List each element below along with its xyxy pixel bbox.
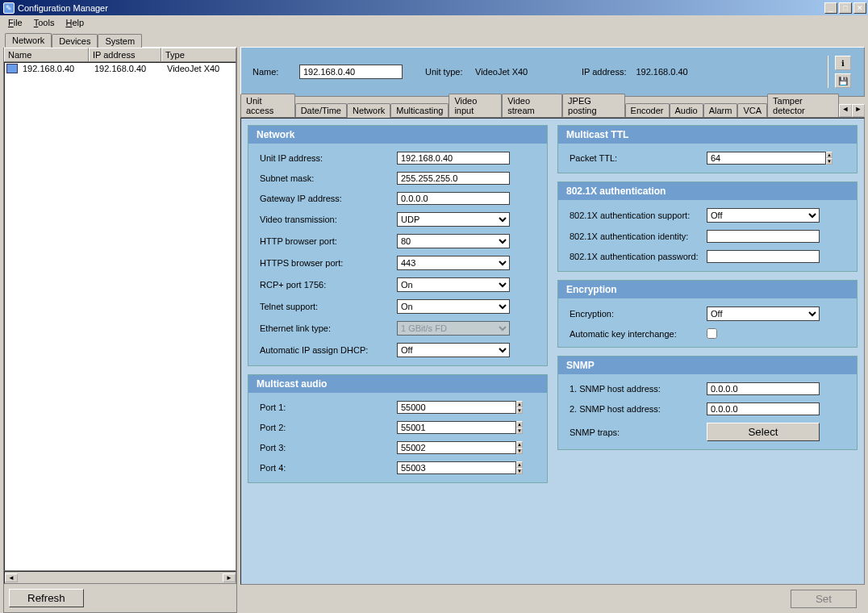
tab-scroll-left-icon[interactable]: ◄	[839, 104, 852, 117]
horizontal-scrollbar[interactable]: ◄ ►	[4, 571, 236, 584]
dhcp-select[interactable]: Off	[397, 343, 510, 357]
subtab-vca[interactable]: VCA	[737, 103, 767, 117]
subnet-input[interactable]	[397, 172, 510, 185]
video-trans-select[interactable]: UDP	[397, 212, 510, 227]
tab-devices[interactable]: Devices	[52, 34, 98, 48]
port2-input[interactable]	[397, 421, 516, 434]
scroll-left-icon[interactable]: ◄	[5, 573, 18, 582]
col-header-ip[interactable]: IP address	[89, 48, 161, 61]
unit-ip-input[interactable]	[397, 152, 510, 165]
set-button: Set	[791, 590, 857, 608]
port3-input[interactable]	[397, 441, 516, 454]
config-area: Network Unit IP address: Subnet mask: Ga…	[240, 118, 865, 585]
ttl-input[interactable]	[707, 152, 826, 165]
col-header-name[interactable]: Name	[4, 48, 89, 61]
ip-field	[632, 65, 736, 78]
device-table-header: Name IP address Type	[4, 48, 236, 62]
unit-type-field	[472, 65, 575, 78]
subtab-encoder[interactable]: Encoder	[625, 103, 670, 117]
snmp-host1-input[interactable]	[707, 382, 820, 395]
device-row[interactable]: 192.168.0.40 192.168.0.40 VideoJet X40	[5, 63, 236, 74]
spin-down-icon[interactable]: ▼	[516, 407, 523, 414]
subtab-jpeg-posting[interactable]: JPEG posting	[562, 94, 624, 117]
name-label: Name:	[252, 67, 293, 77]
subtab-alarm[interactable]: Alarm	[703, 103, 738, 117]
info-icon[interactable]: ℹ	[835, 56, 851, 70]
name-field[interactable]	[299, 65, 403, 79]
tab-system[interactable]: System	[98, 34, 142, 48]
auth-support-select[interactable]: Off	[707, 208, 820, 223]
menu-bar: File Tools Help	[0, 15, 868, 30]
tab-scroll-right-icon[interactable]: ►	[852, 104, 865, 117]
subtab-multicasting[interactable]: Multicasting	[390, 103, 449, 117]
gateway-input[interactable]	[397, 192, 510, 205]
auth-password-input[interactable]	[707, 250, 820, 263]
close-button[interactable]: ✕	[853, 2, 866, 14]
minimize-button[interactable]: _	[824, 2, 837, 14]
maximize-button[interactable]: □	[839, 2, 852, 14]
subtab-unit-access[interactable]: Unit access	[240, 94, 295, 117]
snmp-host2-input[interactable]	[707, 402, 820, 415]
http-port-select[interactable]: 80	[397, 234, 510, 248]
scroll-right-icon[interactable]: ►	[223, 573, 236, 582]
tab-network[interactable]: Network	[5, 33, 52, 48]
encryption-select[interactable]: Off	[707, 306, 820, 321]
auth-identity-input[interactable]	[707, 230, 820, 243]
panel-multicast-ttl: Multicast TTL Packet TTL:▲▼	[557, 125, 858, 173]
unit-type-label: Unit type:	[425, 67, 465, 77]
subtab-tamper-detector[interactable]: Tamper detector	[767, 94, 839, 117]
panel-encryption: Encryption Encryption:Off Automatic key …	[557, 280, 858, 348]
config-tabs: Unit accessDate/TimeNetworkMulticastingV…	[240, 100, 865, 118]
save-icon[interactable]: 💾	[835, 73, 851, 88]
title-bar: ✎ Configuration Manager _ □ ✕	[0, 0, 868, 15]
main-tabs: Network Devices System	[0, 30, 868, 47]
menu-tools[interactable]: Tools	[29, 16, 60, 29]
subtab-video-stream[interactable]: Video stream	[502, 94, 562, 117]
device-list[interactable]: 192.168.0.40 192.168.0.40 VideoJet X40	[4, 62, 236, 571]
col-header-type[interactable]: Type	[161, 48, 236, 61]
panel-8021x: 802.1X authentication 802.1X authenticat…	[557, 181, 858, 272]
panel-snmp: SNMP 1. SNMP host address: 2. SNMP host …	[557, 356, 858, 450]
spin-up-icon[interactable]: ▲	[516, 401, 523, 407]
subtab-audio[interactable]: Audio	[670, 103, 703, 117]
device-header: Name: Unit type: IP address: ℹ 💾	[240, 47, 865, 97]
auto-key-checkbox[interactable]	[707, 328, 717, 339]
subtab-video-input[interactable]: Video input	[449, 94, 502, 117]
panel-multicast-audio: Multicast audio Port 1:▲▼ Port 2:▲▼ Port…	[248, 374, 548, 483]
menu-file[interactable]: File	[3, 16, 27, 29]
app-icon: ✎	[3, 2, 15, 14]
subtab-network[interactable]: Network	[347, 103, 390, 118]
port1-input[interactable]	[397, 401, 516, 414]
panel-network: Network Unit IP address: Subnet mask: Ga…	[248, 125, 548, 366]
rcp-select[interactable]: On	[397, 277, 510, 292]
snmp-select-button[interactable]: Select	[707, 423, 820, 441]
set-row: Set	[240, 585, 865, 613]
port4-input[interactable]	[397, 461, 516, 474]
window-title: Configuration Manager	[18, 3, 108, 13]
subtab-date-time[interactable]: Date/Time	[295, 103, 347, 117]
ip-label: IP address:	[582, 67, 626, 77]
https-port-select[interactable]: 443	[397, 256, 510, 270]
device-pane: Name IP address Type 192.168.0.40 192.16…	[3, 47, 237, 613]
menu-help[interactable]: Help	[61, 16, 89, 29]
ethernet-select: 1 GBit/s FD	[397, 321, 510, 336]
telnet-select[interactable]: On	[397, 299, 510, 314]
refresh-button[interactable]: Refresh	[9, 589, 84, 607]
device-icon	[6, 64, 18, 73]
